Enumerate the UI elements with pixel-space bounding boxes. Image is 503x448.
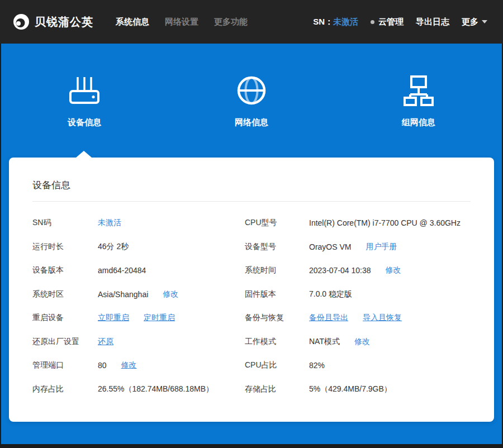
info-cell: 内存占比26.55%（182.74MB/688.18MB） [32, 384, 245, 394]
field-label: 内存占比 [32, 384, 98, 394]
scheduled-reboot-link[interactable]: 定时重启 [144, 313, 175, 323]
cloud-management-link[interactable]: 云管理 [371, 17, 404, 27]
main-content: 设备信息 网络信息 [1, 44, 502, 444]
sn-status: SN： 未激活 [313, 17, 358, 27]
top-header: 贝锐蒲公英 系统信息 网络设置 更多功能 SN： 未激活 云管理 导出日志 更多 [0, 0, 503, 44]
field-label: 设备版本 [32, 265, 98, 275]
topology-icon [401, 73, 436, 108]
field-label: 设备型号 [245, 242, 309, 252]
brand-logo[interactable]: 贝锐蒲公英 [12, 13, 93, 31]
export-log-link[interactable]: 导出日志 [416, 17, 449, 27]
modify-work-mode-link[interactable]: 修改 [354, 337, 370, 347]
tab-device-info-label: 设备信息 [68, 117, 101, 128]
device-info-panel: 设备信息 SN码未激活CPU型号Intel(R) Core(TM) i7-770… [9, 158, 494, 422]
info-cell: 运行时长46分 2秒 [32, 242, 245, 252]
info-cell: 还原出厂设置还原 [32, 337, 245, 347]
chevron-down-icon [482, 20, 487, 23]
active-tab-pointer [76, 151, 92, 158]
field-label: 管理端口 [32, 360, 98, 370]
info-cell: CPU占比82% [245, 360, 471, 370]
field-value: Asia/Shanghai [98, 290, 148, 299]
tab-networking-info[interactable]: 组网信息 [335, 44, 502, 158]
field-label: CPU型号 [245, 218, 309, 228]
table-row: 管理端口80修改CPU占比82% [32, 354, 471, 378]
field-label: 存储占比 [245, 384, 309, 394]
info-cell: 系统时间2023-07-04 10:38修改 [245, 265, 471, 275]
field-label: CPU占比 [245, 360, 309, 370]
sn-activate-header-link[interactable]: 未激活 [333, 17, 358, 27]
device-info-table: SN码未激活CPU型号Intel(R) Core(TM) i7-7700 CPU… [32, 202, 471, 401]
tab-device-info[interactable]: 设备信息 [1, 44, 168, 158]
nav-more-features[interactable]: 更多功能 [214, 17, 248, 27]
info-cell: 重启设备立即重启定时重启 [32, 313, 245, 323]
field-value: 2023-07-04 10:38 [309, 266, 371, 275]
field-label: 运行时长 [32, 242, 98, 252]
field-value: 7.0.0 稳定版 [309, 289, 352, 299]
info-cell: 存储占比5%（429.4MB/7.9GB） [245, 384, 471, 394]
user-manual-link[interactable]: 用户手册 [366, 242, 397, 252]
import-restore-link[interactable]: 导入且恢复 [363, 313, 402, 323]
field-value: 46分 2秒 [98, 242, 129, 252]
router-icon [67, 73, 102, 108]
modify-timezone-link[interactable]: 修改 [163, 289, 178, 299]
table-row: 还原出厂设置还原工作模式NAT模式修改 [32, 330, 471, 354]
cloud-management-label: 云管理 [378, 17, 404, 27]
header-right-group: SN： 未激活 云管理 导出日志 更多 [313, 17, 487, 27]
field-value: 80 [98, 361, 107, 370]
globe-icon [234, 73, 269, 108]
tab-network-info[interactable]: 网络信息 [168, 44, 335, 158]
field-value: Intel(R) Core(TM) i7-7700 CPU @ 3.60GHz [309, 218, 461, 227]
table-row: 重启设备立即重启定时重启备份与恢复备份且导出导入且恢复 [32, 306, 471, 330]
factory-reset-link[interactable]: 还原 [98, 337, 113, 347]
tab-networking-info-label: 组网信息 [402, 117, 435, 128]
app-window: 贝锐蒲公英 系统信息 网络设置 更多功能 SN： 未激活 云管理 导出日志 更多 [0, 0, 503, 448]
field-value: 5%（429.4MB/7.9GB） [309, 384, 392, 394]
info-tabs: 设备信息 网络信息 [1, 44, 502, 158]
backup-export-link[interactable]: 备份且导出 [309, 313, 348, 323]
field-value: 82% [309, 361, 325, 370]
field-label: 备份与恢复 [245, 313, 309, 323]
info-cell: 备份与恢复备份且导出导入且恢复 [245, 313, 471, 323]
nav-system-info[interactable]: 系统信息 [116, 17, 149, 27]
info-cell: 设备版本amd64-20484 [32, 265, 245, 275]
table-row: 运行时长46分 2秒设备型号OrayOS VM用户手册 [32, 235, 471, 259]
field-label: 工作模式 [245, 337, 309, 347]
info-cell: 固件版本7.0.0 稳定版 [245, 289, 471, 299]
table-row: 内存占比26.55%（182.74MB/688.18MB）存储占比5%（429.… [32, 378, 471, 402]
window-bottom-edge [0, 444, 503, 448]
more-menu[interactable]: 更多 [462, 17, 487, 27]
info-cell: 系统时区Asia/Shanghai修改 [32, 289, 245, 299]
table-row: 系统时区Asia/Shanghai修改固件版本7.0.0 稳定版 [32, 283, 471, 307]
tab-network-info-label: 网络信息 [235, 117, 268, 128]
field-value: amd64-20484 [98, 266, 146, 275]
more-menu-label: 更多 [462, 17, 478, 27]
field-label: 还原出厂设置 [32, 337, 98, 347]
panel-title: 设备信息 [32, 158, 471, 192]
field-value: OrayOS VM [309, 242, 351, 251]
sn-activate-link[interactable]: 未激活 [98, 218, 121, 228]
field-label: SN码 [32, 218, 98, 228]
field-value: NAT模式 [309, 337, 340, 347]
brand-name: 贝锐蒲公英 [35, 15, 93, 30]
info-cell: 管理端口80修改 [32, 360, 245, 370]
modify-system-time-link[interactable]: 修改 [386, 265, 401, 275]
field-label: 系统时区 [32, 289, 98, 299]
table-row: 设备版本amd64-20484系统时间2023-07-04 10:38修改 [32, 259, 471, 283]
main-nav: 系统信息 网络设置 更多功能 [116, 17, 248, 27]
info-cell: CPU型号Intel(R) Core(TM) i7-7700 CPU @ 3.6… [245, 218, 471, 228]
field-label: 系统时间 [245, 265, 309, 275]
reboot-now-link[interactable]: 立即重启 [98, 313, 129, 323]
status-dot-icon [371, 20, 374, 24]
info-cell: SN码未激活 [32, 218, 245, 228]
info-cell: 工作模式NAT模式修改 [245, 337, 471, 347]
field-label: 重启设备 [32, 313, 98, 323]
info-cell: 设备型号OrayOS VM用户手册 [245, 242, 471, 252]
field-value: 26.55%（182.74MB/688.18MB） [98, 384, 213, 394]
table-row: SN码未激活CPU型号Intel(R) Core(TM) i7-7700 CPU… [32, 211, 471, 235]
field-label: 固件版本 [245, 289, 309, 299]
sn-label: SN： [313, 17, 333, 27]
modify-admin-port-link[interactable]: 修改 [121, 360, 137, 370]
oray-logo-icon [12, 13, 30, 31]
nav-network-settings[interactable]: 网络设置 [165, 17, 198, 27]
